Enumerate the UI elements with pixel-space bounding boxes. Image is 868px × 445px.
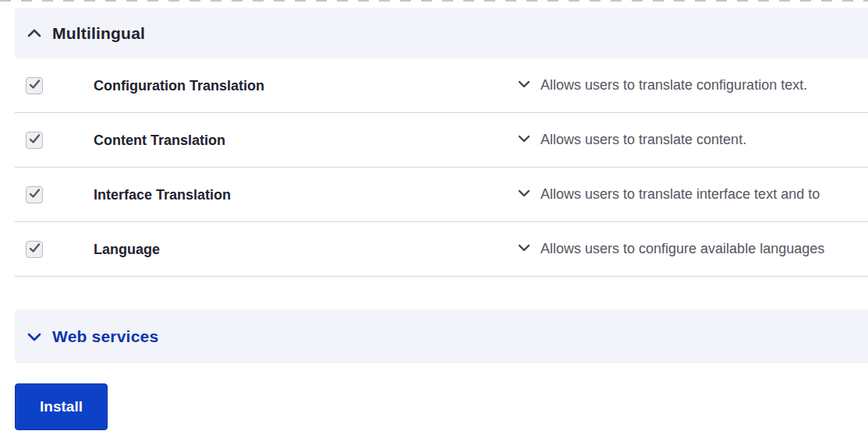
module-description: Allows users to configure available lang… [540,241,824,257]
module-description: Allows users to translate content. [540,132,746,148]
install-button[interactable]: Install [15,383,108,430]
section-title-multilingual: Multilingual [52,24,145,43]
check-icon [29,188,41,202]
chevron-down-icon [516,131,532,150]
module-checkbox[interactable] [26,186,43,203]
chevron-down-icon [516,185,532,204]
module-name: Configuration Translation [94,77,264,94]
module-row-interface-translation: Interface Translation Allows users to tr… [15,168,868,222]
check-icon [29,79,41,93]
chevron-down-icon [516,240,532,259]
description-toggle[interactable] [516,76,532,95]
module-name: Content Translation [94,132,225,148]
module-section-web-services: Web services [0,309,868,363]
module-description: Allows users to translate configuration … [540,77,807,94]
chevron-down-icon [26,328,43,345]
check-icon [29,133,41,147]
section-header-multilingual[interactable]: Multilingual [15,8,868,58]
module-checkbox[interactable] [26,77,43,94]
section-title-web-services: Web services [52,327,158,346]
section-header-web-services[interactable]: Web services [15,309,868,363]
module-row-language: Language Allows users to configure avail… [15,222,868,277]
top-dashed-divider [0,0,868,2]
module-name: Language [94,241,160,257]
module-checkbox[interactable] [26,132,43,149]
module-list: Configuration Translation Allows users t… [15,58,868,277]
module-checkbox[interactable] [26,241,43,258]
description-toggle[interactable] [516,240,532,259]
module-row-configuration-translation: Configuration Translation Allows users t… [15,58,868,113]
module-row-content-translation: Content Translation Allows users to tran… [15,113,868,168]
module-name: Interface Translation [94,186,231,203]
description-toggle[interactable] [516,185,532,204]
module-section-multilingual: Multilingual Configuration Translation [0,8,868,277]
chevron-down-icon [516,76,532,95]
module-description: Allows users to translate interface text… [540,186,820,203]
check-icon [29,242,41,256]
chevron-up-icon [26,25,43,42]
description-toggle[interactable] [516,131,532,150]
